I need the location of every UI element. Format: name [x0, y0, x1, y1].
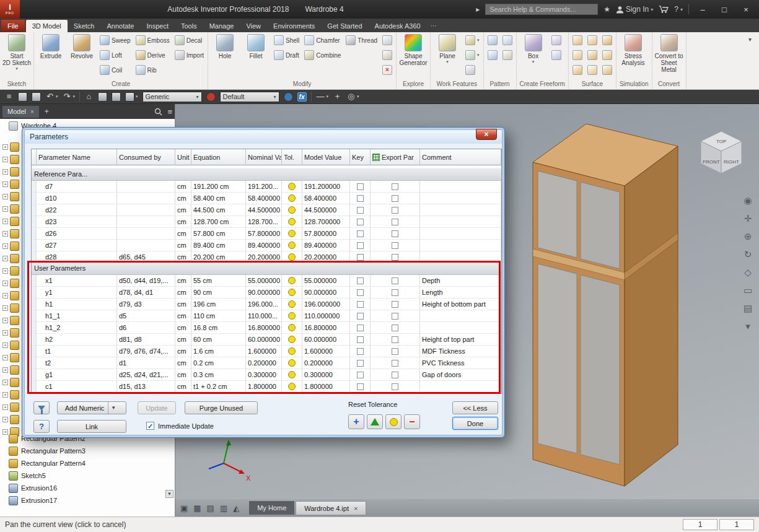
cell-equation[interactable]: 44.500 cm	[191, 204, 246, 216]
export-checkbox[interactable]	[392, 195, 398, 202]
draft-button[interactable]: Draft	[272, 48, 301, 63]
cell-parameter-name[interactable]: h1	[37, 299, 117, 310]
extend-button[interactable]	[586, 48, 599, 63]
row-selector[interactable]	[32, 228, 37, 240]
export-checkbox[interactable]	[392, 219, 398, 225]
tab-3d-model[interactable]: 3D Model	[26, 20, 68, 32]
export-checkbox[interactable]	[392, 313, 398, 320]
expander-icon[interactable]: +	[2, 157, 8, 162]
look-at-icon[interactable]: ◇	[742, 268, 754, 277]
cell-parameter-name[interactable]: y1	[37, 287, 117, 299]
cell-parameter-name[interactable]: d10	[37, 193, 117, 204]
purge-unused-button[interactable]: Purge Unused	[185, 401, 258, 414]
cell-parameter-name[interactable]: t2	[37, 357, 117, 369]
expander-icon[interactable]: +	[2, 417, 8, 422]
expander-icon[interactable]: +	[2, 305, 8, 311]
tolerance-indicator-icon[interactable]	[288, 206, 296, 214]
tab-tools[interactable]: Tools	[175, 20, 203, 32]
row-selector[interactable]	[32, 310, 37, 322]
done-button[interactable]: Done	[452, 417, 498, 430]
cell-equation[interactable]: 128.700 cm	[191, 216, 246, 228]
expander-icon[interactable]: +	[2, 330, 8, 336]
dialog-help-button[interactable]: ?	[33, 420, 50, 433]
start-2d-sketch-button[interactable]: Start2D Sketch▾	[2, 33, 32, 71]
export-checkbox[interactable]	[392, 383, 398, 390]
tab-annotate[interactable]: Annotate	[100, 20, 140, 32]
favorites-star-icon[interactable]: ★	[603, 5, 610, 14]
hole-button[interactable]: Hole	[210, 33, 240, 59]
filter-button[interactable]	[33, 401, 50, 414]
export-checkbox[interactable]	[392, 289, 398, 296]
dialog-title[interactable]: Parameters	[25, 130, 502, 144]
cell-comment[interactable]	[420, 310, 501, 322]
cell-comment[interactable]	[420, 240, 501, 251]
cell-parameter-name[interactable]: d27	[37, 240, 117, 251]
parameter-row-h1-1[interactable]: h1_1d5cm110 cm110.000...110.000000	[32, 310, 501, 322]
inventor-logo-icon[interactable]: IPRO	[0, 0, 20, 19]
cell-comment[interactable]: Depth	[420, 275, 501, 287]
combine-button[interactable]: Combine	[302, 48, 343, 63]
parameter-row-g1[interactable]: g1d25, d24, d21,...cm0.3 cm0.3000000.300…	[32, 369, 501, 381]
key-checkbox[interactable]	[357, 254, 364, 261]
column-header-export-par[interactable]: Export Par	[371, 149, 420, 165]
expander-icon[interactable]: +	[2, 256, 8, 261]
tolerance-indicator-icon[interactable]	[288, 312, 296, 320]
tolerance-indicator-icon[interactable]	[288, 359, 296, 367]
column-header-equation[interactable]: Equation	[191, 149, 246, 165]
parameter-row-d26[interactable]: d26cm57.800 cm57.80000057.800000	[32, 228, 501, 240]
cell-parameter-name[interactable]: d28	[37, 251, 117, 263]
stitch-button[interactable]	[571, 33, 584, 48]
column-header-parameter-name[interactable]: Parameter Name	[37, 149, 117, 165]
tree-node[interactable]: +	[2, 327, 19, 338]
circular-pattern-button[interactable]	[486, 48, 499, 63]
appearance-select[interactable]: Default▾	[220, 92, 279, 102]
cell-comment[interactable]	[420, 216, 501, 228]
help-icon[interactable]: ?▾	[674, 5, 683, 14]
cell-comment[interactable]: PVC Tickness	[420, 357, 501, 369]
expander-icon[interactable]: +	[2, 429, 8, 435]
column-header-unit[interactable]: Unit	[175, 149, 191, 165]
export-checkbox[interactable]	[392, 277, 398, 284]
shell-button[interactable]: Shell	[272, 33, 301, 48]
parameter-row-d28[interactable]: d28d65, d45cm20.200 cm20.20000020.200000	[32, 251, 501, 263]
browser-menu-icon[interactable]: ≡	[167, 107, 172, 116]
tree-node[interactable]: +	[2, 352, 19, 363]
chamfer-button[interactable]: Chamfer	[302, 33, 343, 48]
row-selector[interactable]	[32, 287, 37, 299]
row-selector[interactable]	[32, 334, 37, 346]
key-checkbox[interactable]	[357, 242, 364, 249]
key-checkbox[interactable]	[357, 325, 364, 331]
parameter-row-c1[interactable]: c1d15, d13cmt1 + 0.2 cm1.8000001.800000	[32, 381, 501, 393]
row-selector[interactable]	[32, 181, 37, 193]
fillet-button[interactable]: Fillet	[241, 33, 271, 59]
row-selector[interactable]	[32, 322, 37, 334]
expander-icon[interactable]: +	[2, 355, 8, 360]
tree-node[interactable]: +	[2, 228, 19, 239]
tolerance-nominal-button[interactable]	[385, 414, 401, 429]
tolerance-indicator-icon[interactable]	[288, 300, 296, 308]
arrange-horizontal-icon[interactable]: ▤	[207, 504, 214, 513]
sculpt-button[interactable]	[586, 33, 599, 48]
tab-manage[interactable]: Manage	[203, 20, 240, 32]
cell-parameter-name[interactable]: d23	[37, 216, 117, 228]
zoom-icon[interactable]: ⊕	[742, 232, 754, 242]
cell-comment[interactable]: Length	[420, 287, 501, 299]
sign-in-button[interactable]: Sign In ▾	[616, 5, 653, 14]
expander-icon[interactable]: +	[2, 144, 8, 150]
rib-button[interactable]: Rib	[134, 63, 172, 77]
tree-node[interactable]: +	[2, 389, 19, 400]
application-menu-icon[interactable]: ≡	[4, 92, 14, 102]
parameter-row-d23[interactable]: d23cm128.700 cm128.700...128.700000	[32, 216, 501, 228]
cell-comment[interactable]: MDF Tickness	[420, 346, 501, 357]
cell-parameter-name[interactable]: h1_2	[37, 322, 117, 334]
ucs-button[interactable]	[463, 63, 481, 77]
row-selector[interactable]	[32, 216, 37, 228]
parameter-row-y1[interactable]: y1d78, d4, d1cm90 cm90.00000090.000000Le…	[32, 287, 501, 299]
cell-equation[interactable]: 55 cm	[191, 275, 246, 287]
redo-icon[interactable]: ↷▾	[63, 92, 76, 102]
parameter-row-d10[interactable]: d10cm58.400 cm58.40000058.400000	[32, 193, 501, 204]
export-checkbox[interactable]	[392, 183, 398, 190]
wardrobe-model[interactable]	[533, 124, 678, 486]
tolerance-upper-button[interactable]	[367, 414, 383, 429]
tree-item-rectangular-pattern4[interactable]: Rectangular Pattern4	[9, 458, 86, 469]
